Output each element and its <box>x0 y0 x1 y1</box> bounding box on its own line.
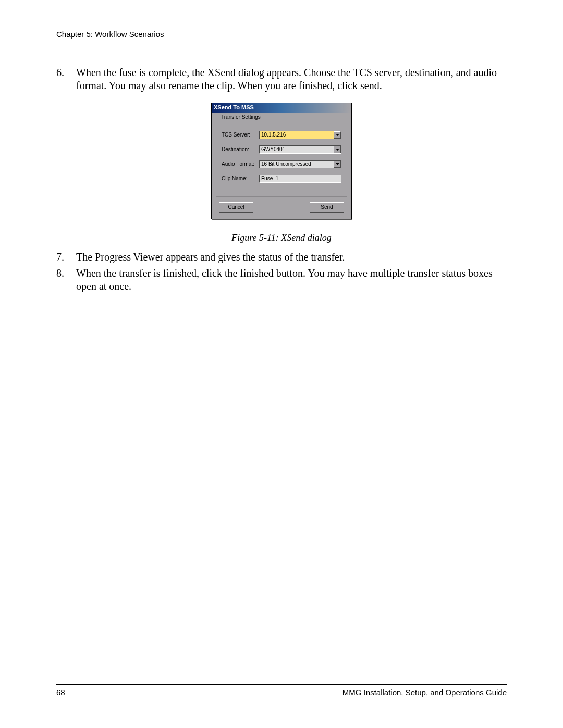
tcs-server-row: TCS Server: 10.1.5.216 <box>222 131 341 139</box>
page-footer: 68 MMG Installation, Setup, and Operatio… <box>56 684 507 697</box>
figure-caption: Figure 5-11: XSend dialog <box>231 232 331 244</box>
clip-name-value: Fuse_1 <box>261 176 278 182</box>
send-button[interactable]: Send <box>310 202 344 213</box>
audio-format-value: 16 Bit Uncompressed <box>261 161 311 168</box>
svg-marker-0 <box>336 134 339 136</box>
tcs-server-combobox[interactable]: 10.1.5.216 <box>259 131 341 139</box>
chevron-down-icon[interactable] <box>334 146 341 153</box>
list-item: 7. The Progress Viewer appears and gives… <box>56 251 507 264</box>
list-number: 6. <box>56 66 76 92</box>
clip-name-row: Clip Name: Fuse_1 <box>222 175 341 183</box>
page-header: Chapter 5: Workflow Scenarios <box>56 30 507 41</box>
svg-marker-1 <box>336 149 339 151</box>
list-number: 8. <box>56 267 76 293</box>
tcs-server-value: 10.1.5.216 <box>261 132 286 139</box>
list-item: 8. When the transfer is finished, click … <box>56 267 507 293</box>
audio-format-label: Audio Format: <box>222 161 259 168</box>
transfer-settings-group: Transfer Settings TCS Server: 10.1.5.216 <box>216 118 347 197</box>
list-item: 6. When the fuse is complete, the XSend … <box>56 66 507 92</box>
instruction-list: 6. When the fuse is complete, the XSend … <box>56 66 507 293</box>
clip-name-input[interactable]: Fuse_1 <box>259 175 341 183</box>
dialog-title: XSend To MSS <box>212 103 351 113</box>
audio-format-combobox[interactable]: 16 Bit Uncompressed <box>259 160 341 168</box>
chevron-down-icon[interactable] <box>334 131 341 139</box>
list-text: When the transfer is finished, click the… <box>76 267 507 293</box>
guide-title: MMG Installation, Setup, and Operations … <box>342 688 507 697</box>
destination-value: GWY0401 <box>261 146 285 153</box>
destination-row: Destination: GWY0401 <box>222 145 341 154</box>
figure: XSend To MSS Transfer Settings TCS Serve… <box>56 103 507 243</box>
list-text: The Progress Viewer appears and gives th… <box>76 251 507 264</box>
svg-marker-2 <box>336 163 339 165</box>
page-number: 68 <box>56 688 65 697</box>
list-text: When the fuse is complete, the XSend dia… <box>76 66 507 92</box>
chevron-down-icon[interactable] <box>334 161 341 168</box>
destination-label: Destination: <box>222 146 259 153</box>
audio-format-row: Audio Format: 16 Bit Uncompressed <box>222 160 341 168</box>
destination-combobox[interactable]: GWY0401 <box>259 145 341 154</box>
group-legend: Transfer Settings <box>219 114 262 121</box>
chapter-title: Chapter 5: Workflow Scenarios <box>56 30 164 39</box>
list-number: 7. <box>56 251 76 264</box>
xsend-dialog: XSend To MSS Transfer Settings TCS Serve… <box>211 103 352 219</box>
tcs-server-label: TCS Server: <box>222 132 259 139</box>
clip-name-label: Clip Name: <box>222 176 259 182</box>
cancel-button[interactable]: Cancel <box>219 202 253 213</box>
dialog-button-bar: Cancel Send <box>216 197 347 216</box>
